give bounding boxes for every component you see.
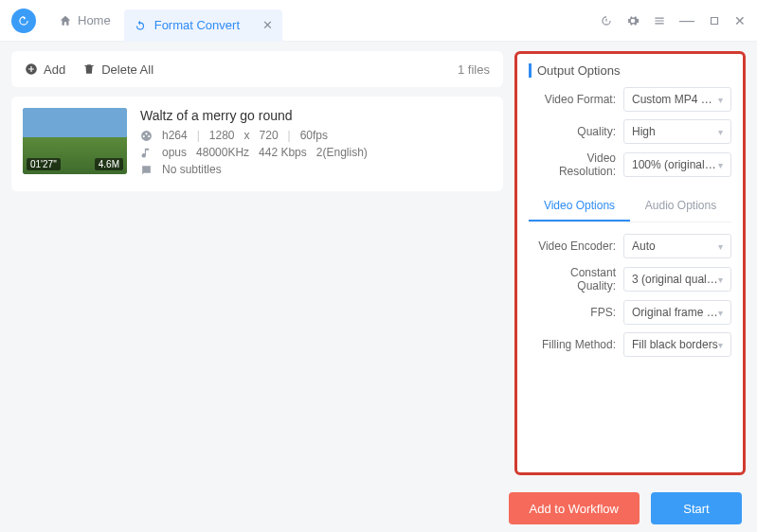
maximize-icon[interactable] [708,14,721,27]
chevron-down-icon: ▾ [718,308,723,318]
subtitle-meta-row: No subtitles [140,163,492,176]
history-icon[interactable] [600,14,613,27]
music-icon [140,147,153,159]
plus-icon [25,62,38,76]
add-button[interactable]: Add [25,62,65,77]
minimize-icon[interactable]: — [679,12,694,29]
refresh-icon [134,19,147,32]
tab-video-options[interactable]: Video Options [529,191,630,222]
video-format-label: Video Format: [529,93,623,106]
tab-home[interactable]: Home [45,0,124,41]
chevron-down-icon: ▾ [718,160,723,170]
chevron-down-icon: ▾ [718,241,723,252]
resolution-select[interactable]: 100% (original resol… ▾ [623,152,731,177]
cq-label: Constant Quality: [529,266,623,293]
trash-icon [82,62,96,76]
gear-icon[interactable] [626,14,640,27]
quality-label: Quality: [529,125,623,138]
file-title: Waltz of a merry go round [140,108,492,123]
encoder-label: Video Encoder: [529,239,623,253]
window-controls: — ✕ [600,12,746,29]
add-label: Add [44,62,65,77]
option-tabs: Video Options Audio Options [529,191,731,222]
home-icon [59,14,72,27]
tab-home-label: Home [78,13,111,27]
resolution-label: Video Resolution: [529,151,623,178]
titlebar: Home Format Convert ✕ — ✕ [0,0,757,42]
menu-icon[interactable] [653,14,666,27]
delete-all-label: Delete All [101,62,153,77]
output-panel: Output Options Video Format: Custom MP4 … [514,51,746,475]
video-meta-row: h264| 1280 x 720| 60fps [140,129,492,142]
duration-badge: 01'27" [27,158,61,170]
fps-label: FPS: [529,306,623,319]
fill-select[interactable]: Fill black borders ▾ [623,332,731,357]
footer: Add to Workflow Start [0,485,757,532]
thumbnail: 01'27" 4.6M [23,108,127,174]
left-pane: Add Delete All 1 files 01'27" 4.6M Waltz… [0,42,514,485]
filesize-badge: 4.6M [95,158,123,170]
file-toolbar: Add Delete All 1 files [11,51,503,87]
app-logo [11,9,36,33]
chevron-down-icon: ▾ [718,340,723,350]
subtitle-icon [140,164,153,176]
chevron-down-icon: ▾ [718,127,723,137]
close-icon[interactable]: ✕ [262,18,273,32]
fill-label: Filling Method: [529,338,623,351]
audio-meta-row: opus 48000KHz 442 Kbps 2(English) [140,146,492,159]
add-to-workflow-button[interactable]: Add to Workflow [509,492,640,524]
fps-select[interactable]: Original frame rate ▾ [623,300,731,325]
window-close-icon[interactable]: ✕ [734,13,746,28]
file-meta: Waltz of a merry go round h264| 1280 x 7… [140,108,492,180]
chevron-down-icon: ▾ [718,95,723,105]
video-icon [140,130,153,142]
delete-all-button[interactable]: Delete All [82,62,153,77]
tab-format-convert[interactable]: Format Convert ✕ [124,9,282,42]
output-title: Output Options [529,63,731,78]
file-card[interactable]: 01'27" 4.6M Waltz of a merry go round h2… [11,97,503,191]
tab-audio-options[interactable]: Audio Options [630,191,731,222]
encoder-select[interactable]: Auto ▾ [623,234,731,258]
main-area: Add Delete All 1 files 01'27" 4.6M Waltz… [0,42,757,485]
file-count: 1 files [458,62,490,77]
tab-convert-label: Format Convert [154,18,240,32]
right-pane: Output Options Video Format: Custom MP4 … [514,42,757,485]
cq-select[interactable]: 3 (original quality) ▾ [623,267,731,292]
chevron-down-icon: ▾ [718,275,723,285]
start-button[interactable]: Start [651,492,742,524]
video-format-select[interactable]: Custom MP4 Movie(… ▾ [623,87,731,112]
quality-select[interactable]: High ▾ [623,119,731,144]
